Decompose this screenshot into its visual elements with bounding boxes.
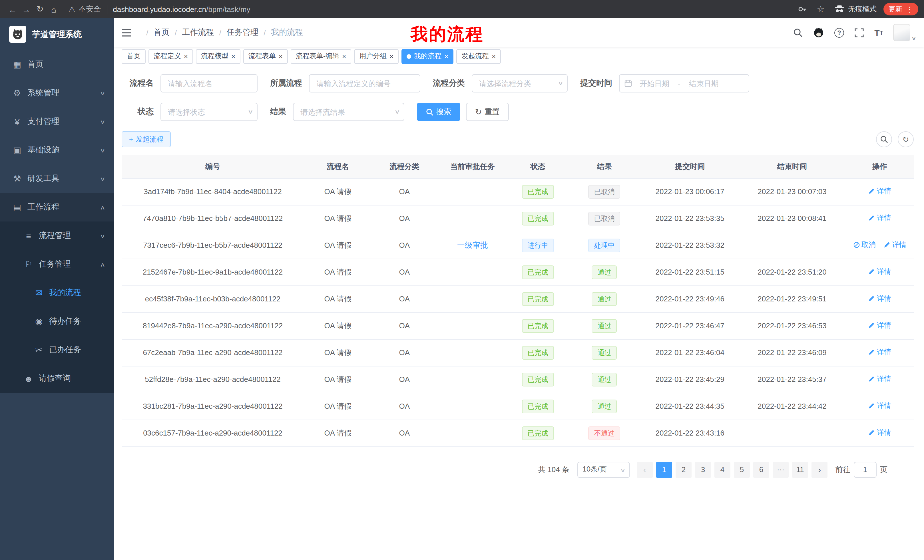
detail-link[interactable]: 详情 bbox=[884, 240, 906, 250]
edit-pencil-icon bbox=[868, 269, 875, 276]
goto-page-input[interactable] bbox=[854, 461, 877, 478]
detail-link[interactable]: 详情 bbox=[868, 428, 891, 438]
category-select[interactable] bbox=[472, 74, 568, 93]
search-icon[interactable] bbox=[793, 28, 803, 37]
sidebar-item[interactable]: ≡ 流程管理 ∨ bbox=[0, 222, 114, 250]
tab-close-icon[interactable]: × bbox=[279, 53, 283, 60]
sidebar: 芋道管理系统 ▦ 首页 ⚙ 系统管理 ∨ bbox=[0, 18, 114, 560]
detail-link[interactable]: 详情 bbox=[868, 267, 891, 277]
page-button[interactable]: 5 bbox=[734, 461, 750, 478]
chevron-icon: ∧ bbox=[100, 261, 105, 267]
avatar[interactable] bbox=[894, 24, 910, 41]
search-button[interactable]: 搜索 bbox=[417, 103, 460, 121]
password-key-icon[interactable] bbox=[798, 4, 807, 14]
detail-link[interactable]: 详情 bbox=[868, 374, 891, 384]
sidebar-item[interactable]: ◉ 待办任务 bbox=[0, 307, 114, 335]
cell-submit-time: 2022-01-22 23:44:35 bbox=[641, 393, 739, 419]
tab[interactable]: 我的流程 × bbox=[402, 49, 453, 64]
page-size-select[interactable]: ∨ bbox=[578, 461, 630, 478]
sidebar-item[interactable]: ¥ 支付管理 ∨ bbox=[0, 107, 114, 136]
breadcrumb-item[interactable]: / 首页 bbox=[141, 27, 170, 38]
tab[interactable]: 流程模型 × bbox=[196, 49, 240, 64]
sidebar-item[interactable]: ▦ 首页 bbox=[0, 50, 114, 79]
sidebar-item[interactable]: ▣ 基础设施 ∨ bbox=[0, 136, 114, 165]
hamburger-icon[interactable] bbox=[122, 28, 132, 37]
reset-button[interactable]: ↻ 重置 bbox=[466, 103, 508, 121]
tab[interactable]: 流程表单-编辑 × bbox=[291, 49, 351, 64]
menu-label: 流程管理 bbox=[39, 231, 71, 241]
detail-link[interactable]: 详情 bbox=[868, 401, 891, 411]
sidebar-item[interactable]: ▤ 工作流程 ∧ bbox=[0, 193, 114, 222]
toggle-search-button[interactable] bbox=[876, 131, 892, 147]
user-menu[interactable]: ∨ bbox=[894, 24, 916, 41]
process-name-input[interactable] bbox=[160, 74, 258, 93]
bookmark-star-icon[interactable]: ☆ bbox=[814, 4, 828, 14]
tab-label: 发起流程 bbox=[461, 51, 489, 61]
current-task-link[interactable]: 一级审批 bbox=[457, 241, 488, 249]
help-icon[interactable]: ? bbox=[834, 28, 844, 37]
detail-link[interactable]: 详情 bbox=[868, 347, 891, 357]
edit-pencil-icon bbox=[868, 188, 875, 195]
sidebar-item[interactable]: ⚙ 系统管理 ∨ bbox=[0, 79, 114, 107]
github-icon[interactable] bbox=[813, 27, 824, 38]
refresh-table-button[interactable]: ↻ bbox=[898, 131, 914, 147]
address-bar[interactable]: dashboard.yudao.iocoder.cn/bpm/task/my bbox=[113, 5, 250, 13]
security-label[interactable]: 不安全 bbox=[78, 4, 101, 14]
breadcrumb-item[interactable]: / 我的流程 bbox=[258, 27, 303, 38]
sidebar-item[interactable]: ⚒ 研发工具 ∨ bbox=[0, 165, 114, 193]
browser-home-icon[interactable]: ⌂ bbox=[47, 4, 60, 14]
tab[interactable]: 发起流程 × bbox=[456, 49, 501, 64]
sidebar-item[interactable]: ⚐ 任务管理 ∧ bbox=[0, 250, 114, 279]
tab-close-icon[interactable]: × bbox=[390, 53, 393, 60]
forward-icon[interactable]: → bbox=[20, 4, 33, 14]
kebab-menu-icon[interactable]: ⋮ bbox=[906, 5, 913, 13]
next-page-button[interactable]: › bbox=[812, 461, 828, 478]
submit-time-range-picker[interactable]: - bbox=[619, 74, 749, 93]
tab-close-icon[interactable]: × bbox=[184, 53, 188, 60]
back-icon[interactable]: ← bbox=[6, 4, 20, 14]
detail-link[interactable]: 详情 bbox=[868, 321, 891, 331]
breadcrumb-item[interactable]: / 工作流程 bbox=[170, 27, 214, 38]
status-select[interactable] bbox=[160, 103, 258, 121]
fullscreen-icon[interactable] bbox=[854, 28, 864, 37]
reload-icon[interactable]: ↻ bbox=[33, 4, 47, 14]
sidebar-item[interactable]: ☻ 请假查询 bbox=[0, 364, 114, 393]
page-button[interactable]: 1 bbox=[656, 461, 672, 478]
breadcrumb-item[interactable]: / 任务管理 bbox=[214, 27, 259, 38]
status-badge: 已完成 bbox=[522, 399, 554, 413]
cell-submit-time: 2022-01-22 23:51:15 bbox=[641, 259, 739, 285]
font-size-icon[interactable]: TT bbox=[874, 28, 883, 37]
detail-link[interactable]: 详情 bbox=[868, 214, 891, 223]
detail-link[interactable]: 详情 bbox=[868, 187, 891, 196]
app-logo-row: 芋道管理系统 bbox=[0, 18, 114, 50]
sidebar-item[interactable]: ✂ 已办任务 bbox=[0, 335, 114, 364]
page-button[interactable]: 2 bbox=[676, 461, 692, 478]
prev-page-button[interactable]: ‹ bbox=[637, 461, 653, 478]
cancel-link[interactable]: 取消 bbox=[853, 240, 876, 250]
update-button[interactable]: 更新 ⋮ bbox=[884, 3, 918, 15]
tab-close-icon[interactable]: × bbox=[342, 53, 346, 60]
page-button[interactable]: 4 bbox=[714, 461, 730, 478]
create-process-button[interactable]: + 发起流程 bbox=[122, 131, 171, 147]
table-row: 331bc281-7b9a-11ec-a290-acde48001122 OA … bbox=[122, 393, 914, 419]
tab-close-icon[interactable]: × bbox=[444, 53, 448, 60]
process-id-input[interactable] bbox=[309, 74, 420, 93]
tab[interactable]: 流程定义 × bbox=[148, 49, 193, 64]
end-date-input[interactable] bbox=[682, 79, 726, 88]
tab[interactable]: 流程表单 × bbox=[243, 49, 288, 64]
result-badge: 通过 bbox=[592, 399, 617, 413]
start-date-input[interactable] bbox=[632, 79, 677, 88]
tab-close-icon[interactable]: × bbox=[231, 53, 235, 60]
page-button[interactable]: 11 bbox=[792, 461, 808, 478]
filter-label-category: 流程分类 bbox=[433, 78, 465, 88]
tab-close-icon[interactable]: × bbox=[492, 53, 496, 60]
page-button[interactable]: 3 bbox=[695, 461, 711, 478]
detail-link[interactable]: 详情 bbox=[868, 294, 891, 304]
sidebar-item[interactable]: ✉ 我的流程 bbox=[0, 279, 114, 307]
result-select[interactable] bbox=[293, 103, 404, 121]
tab[interactable]: 用户分组 × bbox=[354, 49, 399, 64]
page-button[interactable]: ··· bbox=[772, 461, 789, 478]
cell-process-name: OA 请假 bbox=[304, 232, 372, 259]
tab[interactable]: 首页 × bbox=[122, 49, 146, 64]
page-button[interactable]: 6 bbox=[753, 461, 769, 478]
